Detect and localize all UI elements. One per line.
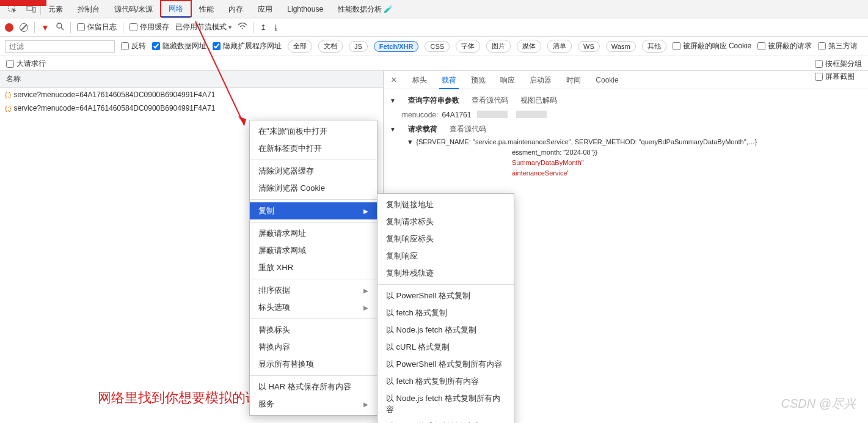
menu-copy-all-nodejs[interactable]: 以 Node.js fetch 格式复制所有内容 xyxy=(377,390,514,418)
dtab-headers[interactable]: 标头 xyxy=(410,71,429,89)
pill-fetch[interactable]: Fetch/XHR xyxy=(374,41,419,52)
menu-service[interactable]: 服务▶ xyxy=(250,395,377,413)
pill-media[interactable]: 媒体 xyxy=(517,40,541,53)
tab-console[interactable]: 控制台 xyxy=(70,0,107,18)
tab-sources[interactable]: 源代码/来源 xyxy=(107,0,160,18)
blocked-cookies-label: 被屏蔽的响应 Cookie xyxy=(683,41,752,51)
dtab-payload[interactable]: 载荷 xyxy=(439,71,459,89)
throttle-select[interactable]: 已停用节流模式 ▾ xyxy=(175,22,232,32)
menu-clear-cache[interactable]: 清除浏览器缓存 xyxy=(250,163,377,180)
svg-rect-1 xyxy=(27,6,32,10)
query-param-row: menucode: 64A1761 xyxy=(390,108,862,122)
submenu-arrow-icon: ▶ xyxy=(363,304,368,311)
menu-open-sources[interactable]: 在"来源"面板中打开 xyxy=(250,123,377,140)
menu-open-tab[interactable]: 在新标签页中打开 xyxy=(250,140,377,157)
search-icon[interactable] xyxy=(56,22,64,32)
menu-separator xyxy=(250,160,377,160)
menu-copy-all-fetch[interactable]: 以 fetch 格式复制所有内容 xyxy=(377,373,514,390)
menu-replace-headers[interactable]: 替换标头 xyxy=(250,322,377,339)
request-payload-header[interactable]: ▼ 请求载荷 查看源代码 xyxy=(390,122,862,137)
menu-show-replace[interactable]: 显示所有替换项 xyxy=(250,356,377,373)
tab-network[interactable]: 网络 xyxy=(161,0,191,18)
menu-copy-nodejs[interactable]: 以 Node.js fetch 格式复制 xyxy=(377,322,514,339)
preserve-log-label: 保留日志 xyxy=(87,22,117,32)
tab-memory[interactable]: 内存 xyxy=(221,0,250,18)
throttle-label: 已停用节流模式 xyxy=(175,23,227,31)
dtab-cookies[interactable]: Cookie xyxy=(593,71,621,89)
menu-copy-powershell[interactable]: 以 PowerShell 格式复制 xyxy=(377,287,514,304)
triangle-icon: ▼ xyxy=(390,126,396,133)
tab-performance[interactable]: 性能 xyxy=(192,0,221,18)
pill-img[interactable]: 图片 xyxy=(486,40,511,53)
upload-icon[interactable]: ↥ xyxy=(260,23,266,32)
menu-block-domain[interactable]: 屏蔽请求网域 xyxy=(250,242,377,259)
request-row[interactable]: {;}service?menucode=64A1761460584DC0900B… xyxy=(0,88,383,101)
payload-line: essment_month: "2024-08"}} xyxy=(390,147,862,158)
big-rows[interactable]: 大请求行 xyxy=(6,59,46,69)
filter-input[interactable] xyxy=(5,40,115,53)
pill-font[interactable]: 字体 xyxy=(456,40,480,53)
menu-copy-resp-headers[interactable]: 复制响应标头 xyxy=(377,230,514,248)
disable-cache-checkbox[interactable]: 停用缓存 xyxy=(129,22,169,32)
request-row[interactable]: {;}service?menucode=64A1761460584DC0900B… xyxy=(0,101,383,115)
tab-application[interactable]: 应用 xyxy=(250,0,280,18)
view-source-link[interactable]: 查看源代码 xyxy=(472,95,508,106)
menu-copy[interactable]: 复制▶ xyxy=(250,202,377,219)
hide-ext-urls[interactable]: 隐藏扩展程序网址 xyxy=(213,41,282,51)
blocked-cookies[interactable]: 被屏蔽的响应 Cookie xyxy=(673,41,752,51)
menu-header-label: 标头选项 xyxy=(258,302,290,313)
pill-js[interactable]: JS xyxy=(349,41,368,52)
pill-doc[interactable]: 文档 xyxy=(318,40,343,53)
record-button[interactable] xyxy=(5,23,13,32)
download-icon[interactable]: ⭳ xyxy=(272,23,280,32)
menu-copy-link[interactable]: 复制链接地址 xyxy=(377,196,514,213)
reverse-checkbox[interactable]: 反转 xyxy=(121,41,146,51)
browser-tab-fragment xyxy=(0,0,46,6)
by-frame[interactable]: 按框架分组 xyxy=(815,59,862,69)
menu-clear-cookie[interactable]: 清除浏览器 Cookie xyxy=(250,180,377,197)
pill-ws[interactable]: WS xyxy=(578,41,600,52)
menu-copy-req-headers[interactable]: 复制请求标头 xyxy=(377,213,514,230)
payload-line: ▼ {SERVER_NAME: "service.pa.maintenanceS… xyxy=(390,137,862,147)
view-decoded-link[interactable]: 视图已解码 xyxy=(520,95,557,106)
name-column-header[interactable]: 名称 xyxy=(0,71,383,88)
devtools-tabs: 元素 控制台 源代码/来源 网络 性能 内存 应用 Lighthouse 性能数… xyxy=(0,0,868,18)
req-payload-title: 请求载荷 xyxy=(408,124,437,134)
view-source-link2[interactable]: 查看源代码 xyxy=(450,124,486,134)
menu-header-options[interactable]: 标头选项▶ xyxy=(250,299,377,316)
preserve-log-checkbox[interactable]: 保留日志 xyxy=(77,22,117,32)
hide-data-urls[interactable]: 隐藏数据网址 xyxy=(152,41,206,51)
filter-icon[interactable]: ▼ xyxy=(41,23,49,32)
clear-button[interactable] xyxy=(20,23,28,32)
dtab-preview[interactable]: 预览 xyxy=(469,71,488,89)
tab-perfdata[interactable]: 性能数据分析 🧪 xyxy=(330,0,400,18)
dtab-timing[interactable]: 时间 xyxy=(564,71,583,89)
pill-all[interactable]: 全部 xyxy=(288,40,312,53)
dtab-initiator[interactable]: 启动器 xyxy=(527,71,554,89)
menu-copy-response[interactable]: 复制响应 xyxy=(377,248,514,265)
filter-bar: 反转 隐藏数据网址 隐藏扩展程序网址 全部 文档 JS Fetch/XHR CS… xyxy=(0,37,868,56)
menu-block-url[interactable]: 屏蔽请求网址 xyxy=(250,225,377,242)
wifi-icon[interactable] xyxy=(238,23,247,32)
pill-wasm[interactable]: Wasm xyxy=(606,41,636,52)
annotation-text: 网络里找到你想要模拟的请求 xyxy=(98,389,272,407)
close-detail-button[interactable]: × xyxy=(387,75,400,86)
menu-sort[interactable]: 排序依据▶ xyxy=(250,282,377,299)
blocked-requests[interactable]: 被屏蔽的请求 xyxy=(757,41,812,51)
menu-copy-curl[interactable]: 以 cURL 格式复制 xyxy=(377,339,514,356)
menu-copy-fetch[interactable]: 以 fetch 格式复制 xyxy=(377,304,514,322)
menu-copy-stacktrace[interactable]: 复制堆栈轨迹 xyxy=(377,265,514,282)
disable-cache-label: 停用缓存 xyxy=(140,22,169,32)
pill-manifest[interactable]: 清单 xyxy=(547,40,572,53)
pill-other[interactable]: 其他 xyxy=(642,40,666,53)
menu-copy-all-powershell[interactable]: 以 PowerShell 格式复制所有内容 xyxy=(377,356,514,373)
menu-replay-xhr[interactable]: 重放 XHR xyxy=(250,259,377,276)
pill-css[interactable]: CSS xyxy=(425,41,450,52)
tab-lighthouse[interactable]: Lighthouse xyxy=(280,0,330,18)
third-party[interactable]: 第三方请 xyxy=(818,41,858,51)
menu-save-har[interactable]: 以 HAR 格式保存所有内容 xyxy=(250,378,377,395)
query-string-header[interactable]: ▼ 查询字符串参数 查看源代码 视图已解码 xyxy=(390,93,862,108)
menu-copy-all-curl[interactable]: 以 cURL 格式复制所有内容 xyxy=(377,418,514,423)
dtab-response[interactable]: 响应 xyxy=(498,71,517,89)
menu-replace-content[interactable]: 替换内容 xyxy=(250,339,377,356)
